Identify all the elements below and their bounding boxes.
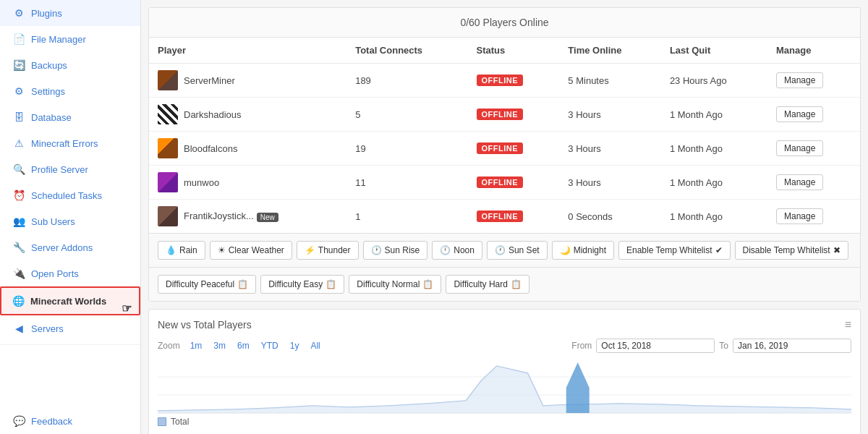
new-badge: New: [257, 213, 278, 222]
col-manage: Manage: [767, 38, 860, 64]
time-online: 3 Hours: [559, 132, 661, 166]
players-table: Player Total Connects Status Time Online…: [149, 38, 860, 233]
database-icon: 🗄: [12, 111, 25, 123]
sidebar-label: Backups: [31, 60, 67, 71]
sidebar-item-feedback[interactable]: 💬 Feedback: [0, 408, 140, 434]
sidebar-label: Minecraft Worlds: [30, 296, 106, 307]
manage-button[interactable]: Manage: [776, 106, 823, 122]
difficulty-easy-icon: 📋: [326, 279, 336, 289]
enable-temp-whitelist-icon: ✔: [715, 245, 723, 255]
difficulty-hard-icon: 📋: [511, 279, 522, 289]
users-icon: 👥: [12, 216, 25, 227]
difficulty-normal-button[interactable]: Difficulty Normal 📋: [349, 275, 441, 294]
sidebar-item-backups[interactable]: 🔄 Backups: [0, 52, 140, 78]
time-online: 3 Hours: [559, 98, 661, 132]
chart-header: New vs Total Players ≡: [158, 318, 851, 331]
manage-button[interactable]: Manage: [776, 72, 823, 88]
table-row: Darkshadious 5 OFFLINE 3 Hours 1 Month A…: [149, 98, 860, 132]
disable-temp-whitelist-icon: ✖: [833, 245, 841, 255]
sidebar-item-database[interactable]: 🗄 Database: [0, 104, 140, 130]
sun-set-button[interactable]: 🕐Sun Set: [487, 241, 548, 260]
status-badge: OFFLINE: [477, 176, 524, 188]
file-icon: 📄: [12, 33, 25, 45]
zoom-1y[interactable]: 1y: [286, 339, 304, 352]
sidebar-item-scheduled-tasks[interactable]: ⏰ Scheduled Tasks: [0, 182, 140, 208]
thunder-button[interactable]: ⚡Thunder: [297, 241, 359, 260]
sidebar-item-plugins[interactable]: ⚙ Plugins: [0, 0, 140, 26]
col-last-quit: Last Quit: [661, 38, 767, 64]
rain-icon: 💧: [166, 245, 176, 255]
chart-legend: Total: [158, 417, 851, 427]
noon-button[interactable]: 🕛Noon: [432, 241, 482, 260]
zoom-all[interactable]: All: [306, 339, 324, 352]
connects-value: 5: [346, 98, 467, 132]
connects-value: 189: [346, 64, 467, 98]
warning-icon: ⚠: [12, 137, 25, 149]
chart-area: [158, 359, 851, 417]
zoom-ytd[interactable]: YTD: [257, 339, 283, 352]
player-cell: FrantikJoystick...New: [158, 206, 338, 226]
time-online: 5 Minutes: [559, 64, 661, 98]
midnight-icon: 🌙: [560, 245, 571, 255]
chart-menu-icon[interactable]: ≡: [845, 318, 851, 331]
table-row: Bloodfalcons 19 OFFLINE 3 Hours 1 Month …: [149, 132, 860, 166]
sun-rise-button[interactable]: 🕐Sun Rise: [363, 241, 428, 260]
from-date-input[interactable]: [596, 339, 715, 353]
sidebar-label: File Manager: [31, 34, 86, 45]
zoom-6m[interactable]: 6m: [233, 339, 254, 352]
sidebar-label: Minecraft Errors: [31, 138, 98, 149]
svg-marker-3: [158, 366, 851, 413]
from-label: From: [571, 341, 592, 351]
legend-color-total: [158, 417, 166, 426]
midnight-button[interactable]: 🌙Midnight: [552, 241, 614, 260]
player-name: Bloodfalcons: [184, 143, 237, 154]
difficulty-hard-button[interactable]: Difficulty Hard 📋: [446, 275, 529, 294]
difficulty-peaceful-button[interactable]: Difficulty Peaceful 📋: [158, 275, 256, 294]
disable-temp-whitelist-button[interactable]: Disable Temp Whitelist ✖: [735, 241, 848, 260]
sidebar-item-profile-server[interactable]: 🔍 Profile Server: [0, 156, 140, 182]
connects-value: 1: [346, 200, 467, 234]
time-online: 0 Seconds: [559, 200, 661, 234]
svg-marker-4: [566, 362, 590, 413]
clock-icon: ⏰: [12, 190, 25, 201]
feedback-icon: 💬: [12, 415, 25, 427]
to-date-input[interactable]: [733, 339, 851, 353]
manage-button[interactable]: Manage: [776, 140, 823, 156]
cursor-indicator: ☞: [122, 302, 132, 315]
sidebar: ⚙ Plugins 📄 File Manager 🔄 Backups ⚙ Set…: [0, 0, 141, 434]
table-row: FrantikJoystick...New 1 OFFLINE 0 Second…: [149, 200, 860, 234]
manage-button[interactable]: Manage: [776, 174, 823, 190]
sidebar-item-server-addons[interactable]: 🔧 Server Addons: [0, 234, 140, 260]
player-cell: Darkshadious: [158, 104, 338, 124]
sidebar-item-minecraft-errors[interactable]: ⚠ Minecraft Errors: [0, 130, 140, 156]
table-row: munwoo 11 OFFLINE 3 Hours 1 Month Ago Ma…: [149, 166, 860, 200]
last-quit: 23 Hours Ago: [661, 64, 767, 98]
sidebar-label: Plugins: [31, 8, 62, 19]
clear-weather-button[interactable]: ☀Clear Weather: [210, 241, 292, 260]
manage-button[interactable]: Manage: [776, 208, 823, 224]
sidebar-item-minecraft-worlds[interactable]: 🌐 Minecraft Worlds ☞: [0, 286, 140, 315]
zoom-label: Zoom: [158, 341, 180, 351]
sidebar-label: Sub Users: [31, 216, 75, 227]
sidebar-label: Profile Server: [31, 164, 88, 175]
sidebar-item-settings[interactable]: ⚙ Settings: [0, 78, 140, 104]
sidebar-item-servers[interactable]: ◀ Servers: [0, 315, 140, 341]
sidebar-item-sub-users[interactable]: 👥 Sub Users: [0, 208, 140, 234]
sidebar-label: Server Addons: [31, 242, 93, 253]
player-name: ServerMiner: [184, 75, 235, 86]
time-online: 3 Hours: [559, 166, 661, 200]
enable-temp-whitelist-button[interactable]: Enable Temp Whitelist ✔: [618, 241, 731, 260]
back-icon: ◀: [12, 323, 25, 334]
zoom-1m[interactable]: 1m: [186, 339, 207, 352]
wrench-icon: 🔧: [12, 242, 25, 253]
player-cell: Bloodfalcons: [158, 138, 338, 158]
chart-controls: Zoom 1m 3m 6m YTD 1y All From To: [158, 339, 851, 353]
sidebar-item-open-ports[interactable]: 🔌 Open Ports: [0, 260, 140, 286]
settings-icon: ⚙: [12, 85, 25, 97]
rain-button[interactable]: 💧Rain: [158, 241, 205, 260]
zoom-3m[interactable]: 3m: [209, 339, 230, 352]
chart-title: New vs Total Players: [158, 319, 252, 331]
status-badge: OFFLINE: [477, 109, 524, 120]
difficulty-easy-button[interactable]: Difficulty Easy 📋: [260, 275, 344, 294]
sidebar-item-file-manager[interactable]: 📄 File Manager: [0, 26, 140, 52]
